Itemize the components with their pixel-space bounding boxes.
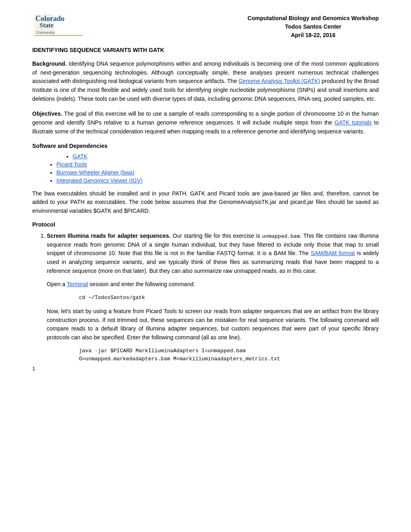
university-logo: Colorado State University (32, 12, 85, 38)
bwa-link[interactable]: Burrows-Wheeler Aligner (bwa) (56, 169, 135, 176)
objectives-text1: The goal of this exercise will be to use… (32, 110, 379, 126)
command-cd: cd ~/TodosSantos/gatk (79, 294, 379, 302)
list-item-igv: Integrated Genomics Viewer (IGV) (56, 177, 379, 184)
list-item-gatk: GATK (73, 153, 379, 160)
page-title: IDENTIFYING SEQUENCE VARIANTS WITH GATK (32, 47, 379, 53)
gatk-tutorials-link[interactable]: GATK tutorials (334, 119, 372, 126)
svg-text:Colorado: Colorado (35, 15, 64, 23)
step1-description: Now, let's start by using a feature from… (47, 307, 379, 342)
gatk-software-link[interactable]: GATK (73, 153, 87, 160)
code-block-picard: java -jar $PICARD MarkIlluminaAdapters I… (79, 347, 379, 364)
page-header: Colorado State University Computational … (32, 12, 379, 39)
command-picard-line2: O=unmapped.markedadapters.bam M=markillu… (79, 355, 379, 364)
background-label: Background. (32, 60, 67, 67)
step1-label: Screen Illumina reads for adapter sequen… (47, 233, 170, 239)
software-title: Software and Dependencies (32, 143, 379, 149)
terminal-prompt: Open a Terminal session and enter the fo… (47, 280, 379, 289)
background-section: Background. Identifying DNA sequence pol… (32, 60, 379, 103)
workshop-line3: April 18-22, 2016 (247, 31, 379, 39)
gatk-link[interactable]: Genome Analysis Toolkit (GATK) (239, 78, 320, 84)
sambam-link[interactable]: SAM/BAM format (311, 250, 355, 256)
list-item-picard: Picard Tools (56, 161, 379, 168)
command-picard-line1: java -jar $PICARD MarkIlluminaAdapters I… (79, 347, 379, 355)
objectives-paragraph: Objectives. The goal of this exercise wi… (32, 110, 379, 136)
svg-text:State: State (39, 22, 54, 29)
software-list: GATK Picard Tools Burrows-Wheeler Aligne… (32, 153, 379, 184)
step1-text1: Our starting file for this exercise is (172, 233, 262, 239)
code-block-cd: cd ~/TodosSantos/gatk (79, 294, 379, 302)
page-container: Colorado State University Computational … (0, 0, 411, 381)
workshop-line1: Computational Biology and Genomics Works… (247, 14, 379, 23)
terminal-link[interactable]: Terminal (67, 281, 88, 287)
protocol-title: Protocol (32, 221, 379, 228)
objectives-label: Objectives. (32, 110, 62, 117)
workshop-line2: Todos Santos Center (247, 23, 379, 31)
picard-link[interactable]: Picard Tools (56, 161, 87, 168)
igv-link[interactable]: Integrated Genomics Viewer (IGV) (56, 177, 143, 184)
svg-text:University: University (36, 30, 55, 35)
protocol-list: Screen Illumina reads for adapter sequen… (32, 232, 379, 364)
step1-code1: unmapped.bam (262, 233, 300, 239)
list-item-bwa: Burrows-Wheeler Aligner (bwa) (56, 169, 379, 176)
background-paragraph: Background. Identifying DNA sequence pol… (32, 60, 379, 103)
software-note: The bwa executables should be installed … (32, 189, 379, 216)
header-workshop-info: Computational Biology and Genomics Works… (247, 12, 379, 39)
logo-area: Colorado State University (32, 12, 89, 39)
objectives-section: Objectives. The goal of this exercise wi… (32, 110, 379, 136)
page-number: 1 (32, 366, 35, 372)
protocol-step-1: Screen Illumina reads for adapter sequen… (47, 232, 379, 364)
